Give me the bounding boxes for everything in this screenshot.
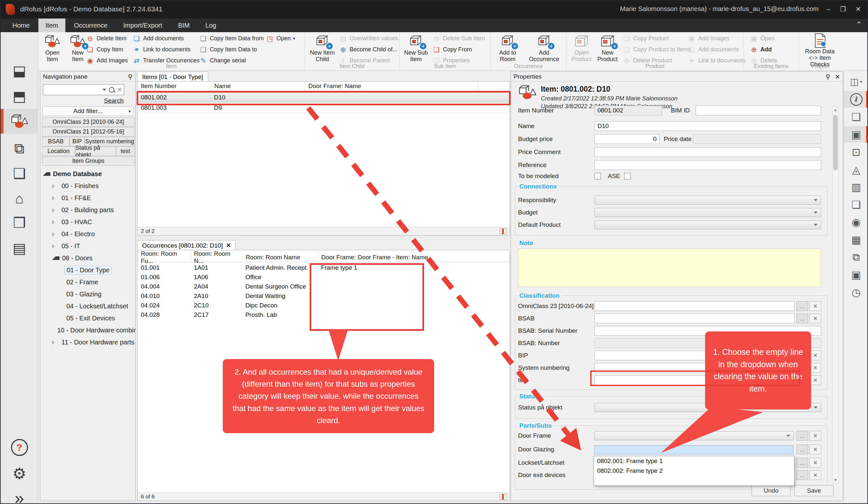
column-header-item-number[interactable]: Item Number [137, 82, 211, 91]
door-frame-clear-button[interactable]: ✕ [809, 431, 821, 441]
to-be-modeled-checkbox[interactable] [595, 173, 601, 179]
toolbar-classification-button[interactable]: ▦ [844, 231, 868, 248]
filter-omniclass21-button[interactable]: OmniClass 21 [2012-05-16] [42, 127, 135, 136]
bip-clear-button[interactable]: ✕ [809, 350, 821, 360]
collapsed-arrow-icon[interactable] [52, 244, 59, 249]
existing-open-button[interactable]: ▣Open [750, 34, 777, 43]
bsab-field[interactable] [595, 314, 795, 323]
open-web-button[interactable]: ◳Open▾ [266, 34, 295, 43]
lockset-browse-button[interactable]: ... [796, 458, 808, 468]
door-glazing-combo-empty-selected[interactable] [594, 445, 794, 454]
copy-product-to-items-button[interactable]: ❏Copy Product to Items [622, 45, 691, 54]
ribbon-collapse-icon[interactable]: ⌃ [856, 20, 862, 29]
sidebar-item-rooms[interactable]: ⬓ [1, 58, 38, 83]
tree-node-10-door-hardware-combinations[interactable]: 10 - Door Hardware combir [41, 324, 135, 336]
existing-add-button[interactable]: ⊕Add [750, 45, 777, 54]
omniclass-browse-button[interactable]: ... [796, 301, 808, 311]
filter-omniclass23-button[interactable]: OmniClass 23 [2010-06-24] [42, 117, 135, 127]
occurrence-row[interactable]: 04.010 2A10 Dental Waiting [137, 291, 510, 301]
occurrence-row[interactable]: 01.001 1A01 Patient Admin. Recept. Frame… [137, 263, 510, 272]
filter-location-button[interactable]: Location [42, 147, 75, 156]
column-header-room-number[interactable]: Room: Room N... [191, 253, 242, 262]
dropdown-option-frame-type-1[interactable]: 0802.001: Frame type 1 [594, 456, 794, 466]
toolbar-item-data-button[interactable]: ❏ [844, 108, 868, 125]
column-header-name[interactable]: Name [211, 82, 305, 91]
omniclass-clear-button[interactable]: ✕ [809, 301, 821, 311]
delete-item-button[interactable]: ⊖Delete Item [86, 34, 128, 43]
toolbar-sub-items-button[interactable]: ◬ [844, 161, 868, 178]
items-tab[interactable]: Items [01 - Door Type] [137, 72, 208, 82]
tab-item[interactable]: Item [38, 19, 65, 32]
items-row[interactable]: 0801.003 D9 [137, 103, 510, 113]
search-link[interactable]: Search [104, 97, 124, 104]
sidebar-item-systems[interactable]: ⧉ [1, 136, 38, 161]
new-product-button[interactable]: + New Product [595, 33, 620, 63]
bsab-serial-field[interactable] [595, 326, 821, 336]
column-header-room-name[interactable]: Room: Room Name [242, 253, 318, 262]
overwritten-values-button[interactable]: ▤Overwritten values [339, 34, 398, 43]
tab-log[interactable]: Log [198, 19, 224, 32]
default-product-dropdown[interactable] [595, 220, 821, 229]
toolbar-systems-button[interactable]: ⧉ [844, 249, 868, 265]
status-pa-objekt-dropdown[interactable] [595, 403, 821, 412]
tree-node-02-frame[interactable]: 02 - Frame [41, 276, 135, 288]
copy-item-data-to-button[interactable]: ❏Copy Item Data to [199, 45, 264, 54]
door-frame-browse-button[interactable]: ... [796, 431, 808, 441]
omniclass-field[interactable] [595, 301, 795, 311]
properties-scrollbar[interactable]: ▴ ▾ [832, 106, 839, 483]
ase-checkbox[interactable] [624, 173, 631, 179]
scroll-up-icon[interactable]: ▴ [835, 107, 837, 112]
toolbar-log-button[interactable]: ◷ [844, 284, 868, 301]
close-button-icon[interactable]: ✕ [852, 4, 865, 14]
toolbar-products-button[interactable]: ▥ [844, 179, 868, 195]
occurrence-row[interactable]: 04.024 2C10 Dipc Decon [137, 301, 510, 310]
occurrence-row[interactable]: 04.028 2C17 Prosth. Lab [137, 310, 510, 319]
budget-price-field[interactable]: 0 [595, 134, 660, 144]
sidebar-item-reports[interactable]: ▤ [1, 235, 38, 260]
close-tab-icon[interactable]: ✕ [226, 242, 230, 249]
collapsed-arrow-icon[interactable] [52, 184, 59, 188]
tree-node-00-finishes[interactable]: 00 - Finishes [41, 180, 135, 192]
tree-node-demo-database[interactable]: Demo Database [41, 168, 135, 180]
budget-dropdown[interactable] [595, 208, 821, 217]
filter-bsab-button[interactable]: BSAB [42, 137, 70, 146]
bim-id-field[interactable] [696, 106, 821, 115]
search-clear-icon[interactable]: ✕ [117, 86, 122, 93]
delete-sub-item-button[interactable]: ⊖Delete Sub Item [432, 34, 485, 43]
collapsed-arrow-icon[interactable] [52, 196, 59, 200]
tree-node-01-door-type[interactable]: 01 - Door Type [41, 264, 135, 276]
expanded-arrow-icon[interactable] [43, 172, 50, 176]
tree-node-03-glazing[interactable]: 03 - Glazing [41, 288, 135, 300]
copy-from-button[interactable]: ❏Copy From [432, 45, 485, 54]
expanded-arrow-icon[interactable] [52, 256, 60, 260]
note-field[interactable] [518, 249, 821, 287]
product-add-images-button[interactable]: ◉Add Images [688, 34, 746, 43]
room-data-item-checks-button[interactable]: Room Data <-> Item Checks [802, 33, 838, 63]
name-field[interactable]: D10 [595, 121, 821, 131]
link-to-documents-button[interactable]: ⚭Link to documents [132, 45, 199, 54]
maximize-button-icon[interactable]: ❐ [836, 4, 849, 14]
undo-button[interactable]: Undo [752, 485, 790, 496]
scroll-down-icon[interactable]: ▾ [835, 477, 837, 482]
collapsed-arrow-icon[interactable] [52, 232, 59, 237]
column-header-room-function[interactable]: Room: Room Fu... [137, 253, 191, 262]
bsab-clear-button[interactable]: ✕ [809, 314, 821, 323]
bip-field[interactable] [595, 350, 795, 360]
tree-node-03-hvac[interactable]: 03 - HVAC [41, 216, 135, 228]
copy-product-button[interactable]: ❏Copy Product [622, 34, 691, 43]
sidebar-item-help[interactable]: ? [1, 435, 38, 460]
sidebar-item-buildings[interactable]: ⌂ [1, 186, 38, 211]
collapsed-arrow-icon[interactable] [52, 208, 59, 212]
door-exit-browse-button[interactable]: ... [796, 470, 808, 480]
minimize-button-icon[interactable]: – [822, 4, 835, 14]
become-child-of-button[interactable]: ⊕Become Child of... [339, 45, 398, 54]
close-panel-icon[interactable]: ✕ [835, 73, 840, 80]
sidebar-item-catalog[interactable]: ❒ [1, 210, 38, 235]
door-glazing-clear-button[interactable]: ✕ [809, 444, 821, 454]
tree-node-05-it[interactable]: 05 - IT [41, 240, 135, 252]
tree-node-05-exit-devices[interactable]: 05 - Exit Devices [41, 312, 135, 324]
column-chooser-icon[interactable] [500, 229, 506, 234]
items-row-selected[interactable]: 0801.002 D10 [137, 92, 510, 103]
toolbar-parent-button[interactable]: ▣ [844, 266, 868, 283]
search-icon[interactable] [109, 87, 114, 93]
